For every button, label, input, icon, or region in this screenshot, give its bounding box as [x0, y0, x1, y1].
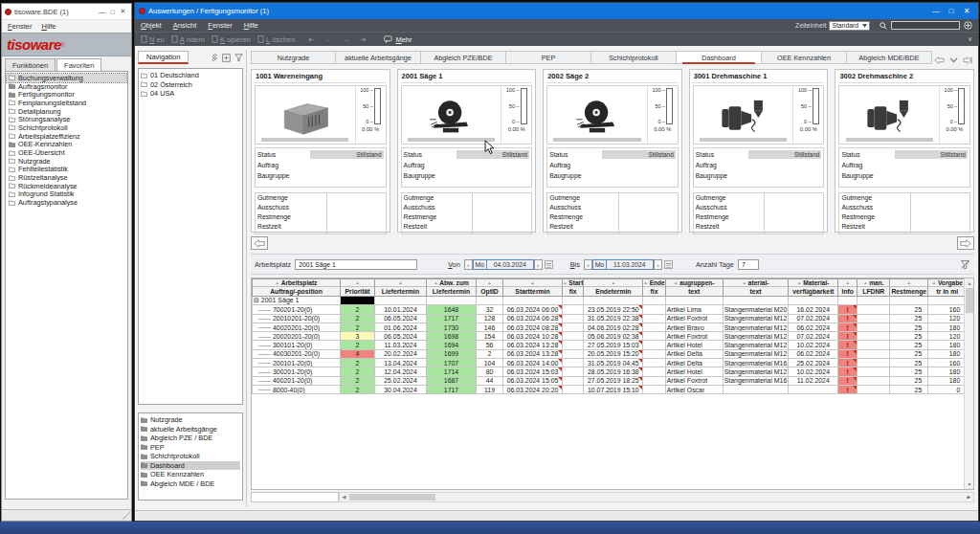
record-nav-arrows[interactable]: ⇤ ← → ⇥: [308, 35, 369, 44]
column-header[interactable]: ▲ Start fix: [563, 279, 584, 297]
list-item[interactable]: Störungsanalyse: [7, 115, 126, 123]
list-item[interactable]: Fehlteilestatistik: [7, 166, 126, 174]
list-item[interactable]: Nutzgrade: [7, 157, 126, 166]
column-header[interactable]: ▲ Restmenge: [890, 279, 928, 297]
calendar-icon[interactable]: [664, 260, 673, 269]
tab-oee-kennzahlen[interactable]: OEE Kennzahlen: [762, 51, 847, 64]
scrollbar-thumb[interactable]: [349, 494, 435, 501]
order-row[interactable]: 20010201-20(0) 2 06.05.2024 1717 128 06.…: [253, 314, 967, 323]
tab-funktionen[interactable]: Funktionen: [5, 58, 56, 71]
list-item[interactable]: Detailplanung: [7, 107, 126, 116]
tab-dashboard[interactable]: Dashboard: [677, 51, 762, 64]
von-date-input[interactable]: 04.03.2024: [487, 260, 533, 269]
column-header[interactable]: ▲ Ende fix: [643, 279, 665, 297]
column-header[interactable]: ▲ Liefertermin: [375, 279, 427, 297]
taskbar[interactable]: [0, 522, 980, 534]
column-header[interactable]: ▲ Vorgabe tr in mi: [928, 279, 967, 297]
list-item[interactable]: Auftragsmonitor: [7, 82, 126, 91]
anzahl-tage-input[interactable]: 7: [738, 259, 759, 270]
column-header[interactable]: ▲ OptID: [477, 279, 503, 297]
order-row[interactable]: 200101-20(0) 2 13.04.2024 1707 104 06.03…: [253, 359, 967, 367]
zeiteinheit-select[interactable]: Standard: [829, 21, 870, 31]
menu-item[interactable]: Fenster: [208, 21, 232, 30]
machine-card[interactable]: 2001 Säge 1 100 –50 –0 – 0.00 % StatusSt…: [397, 69, 537, 233]
machine-card[interactable]: 3002 Drehmaschine 2 100 –50 –0 – 0.00 % …: [835, 69, 974, 233]
maximize-button[interactable]: □: [107, 9, 118, 15]
list-item[interactable]: Infogrund Statistik: [7, 190, 126, 199]
list-item[interactable]: OEE-Kennzahlen: [7, 141, 126, 149]
tab-nutzgrade[interactable]: Nutzgrade: [251, 51, 336, 64]
favorite-item[interactable]: aktuelle Arbeitsgänge: [141, 425, 240, 434]
scroll-down-arrow[interactable]: ▼: [965, 479, 974, 489]
chevron-down-icon[interactable]: [949, 57, 958, 63]
date-next-button[interactable]: ›: [654, 259, 662, 270]
add-circle-icon[interactable]: [964, 21, 972, 30]
list-item[interactable]: Fertigungsmonitor: [7, 90, 126, 99]
minimize-button[interactable]: —: [97, 9, 107, 15]
list-item[interactable]: Rückmeldeanalyse: [7, 182, 126, 190]
tab-favoriten[interactable]: Favoriten: [56, 58, 101, 71]
column-header[interactable]: ▲ Priorität: [341, 279, 375, 297]
order-row[interactable]: 40020201-20(0) 2 01.06.2024 1730 146 06.…: [253, 323, 967, 331]
minimize-button[interactable]: —: [928, 7, 944, 15]
tab-pep[interactable]: PEP: [506, 51, 591, 64]
column-header[interactable]: ▲ Endetermin: [584, 279, 643, 297]
tab-abgleich-mde-bde[interactable]: Abgleich MDE/BDE: [847, 51, 932, 64]
favorite-item[interactable]: Abgleich MDE / BDE: [141, 479, 240, 489]
tab-schichtprotokoll[interactable]: Schichtprotokoll: [591, 51, 677, 64]
list-item[interactable]: OEE-Übersicht: [7, 148, 126, 157]
date-prev-button[interactable]: ‹: [464, 259, 473, 270]
list-item[interactable]: Rüstzeitanalyse: [7, 173, 126, 182]
list-item[interactable]: Schichtprotokoll: [7, 123, 126, 132]
order-row[interactable]: 20020201-20(0) 3 06.05.2024 1698 154 06.…: [253, 332, 967, 341]
toolbar-expand-chevron[interactable]: ∨: [968, 35, 972, 43]
filter-clear-icon[interactable]: [960, 259, 970, 270]
toolbar-button-löschen[interactable]: Löschen: [257, 35, 295, 44]
add-box-icon[interactable]: [222, 54, 231, 62]
bis-date-input[interactable]: 11.03.2024: [607, 260, 653, 269]
arbeitsplatz-input[interactable]: 2001 Säge 1: [295, 259, 417, 270]
machine-card[interactable]: 3001 Drehmaschine 1 100 –50 –0 – 0.00 % …: [689, 69, 829, 233]
tree-item[interactable]: 01 Deutschland: [141, 71, 240, 80]
resize-grip[interactable]: [122, 512, 130, 520]
wrench-icon[interactable]: [210, 54, 218, 62]
list-item[interactable]: Auftragstypanalyse: [7, 198, 126, 207]
column-header[interactable]: ▲ Info: [838, 279, 858, 297]
favorite-item[interactable]: Schichtprotokoll: [141, 452, 240, 461]
column-header[interactable]: ▲ Material- verfügbarkeit: [789, 279, 838, 297]
column-header[interactable]: ▲ Arbeitsplatz Auftrag/-position: [253, 279, 341, 297]
machine-card[interactable]: 2002 Säge 2 100 –50 –0 – 0.00 % StatusSt…: [543, 69, 682, 233]
arrow-to-end-icon[interactable]: [963, 56, 972, 64]
favorite-item[interactable]: Nutzgrade: [141, 415, 240, 425]
order-row[interactable]: 300201-20(0) 2 12.04.2024 1714 80 06.03.…: [253, 367, 967, 376]
column-header[interactable]: ▲ Abw. zum Liefertermin: [427, 279, 477, 297]
order-row[interactable]: 400201-20(0) 2 25.02.2024 1687 44 06.03.…: [253, 376, 967, 385]
menu-item[interactable]: Ansicht: [173, 21, 197, 30]
date-prev-button[interactable]: ‹: [584, 259, 592, 270]
tab-abgleich-pze-bde[interactable]: Abgleich PZE/BDE: [421, 51, 506, 64]
menu-item[interactable]: Hilfe: [244, 21, 258, 30]
menu-item[interactable]: Objekt: [141, 21, 162, 30]
order-row[interactable]: 8000-40(0) 2 30.04.2024 1717 119 06.03.2…: [253, 385, 967, 393]
close-button[interactable]: ✕: [118, 8, 128, 15]
navigation-tab[interactable]: Navigation: [138, 51, 189, 64]
search-input[interactable]: [891, 21, 960, 30]
close-button[interactable]: ✕: [959, 7, 974, 15]
horizontal-scrollbar[interactable]: ◀ ▶: [339, 492, 974, 502]
maximize-button[interactable]: □: [944, 7, 959, 15]
favorite-item[interactable]: Abgleich PZE / BDE: [141, 434, 240, 443]
vertical-scrollbar[interactable]: ▲ ▼: [964, 278, 973, 489]
favorite-item[interactable]: Dashboard: [141, 461, 240, 471]
tab-aktuelle-arbeitsg-nge[interactable]: aktuelle Arbeitsgänge: [336, 51, 421, 64]
group-row[interactable]: ⊟ 2001 Säge 1: [253, 297, 967, 305]
list-item[interactable]: Arbeitsplatzeffizienz: [7, 132, 126, 141]
list-item[interactable]: Feinplanungsleitstand: [7, 99, 126, 107]
filter-icon[interactable]: [234, 54, 243, 62]
order-row[interactable]: 300101-20(0) 2 11.03.2024 1694 56 06.03.…: [253, 341, 967, 349]
scroll-right-arrow[interactable]: ▶: [965, 493, 973, 501]
menu-item[interactable]: Fenster: [8, 22, 32, 31]
scroll-left-arrow[interactable]: ◀: [340, 493, 348, 501]
scroll-right-button[interactable]: [957, 236, 974, 250]
date-next-button[interactable]: ›: [534, 259, 543, 270]
scrollbar-thumb[interactable]: [966, 288, 973, 313]
